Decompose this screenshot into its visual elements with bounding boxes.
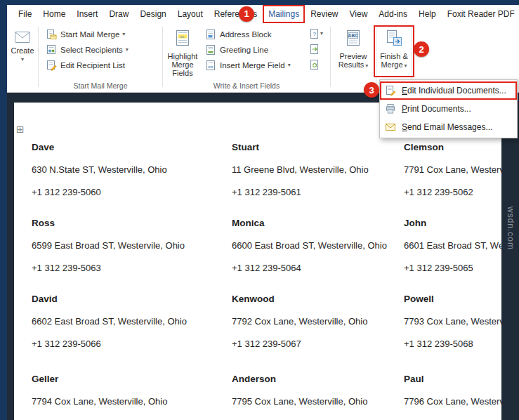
label-cell: Geller 7794 Cox Lane, Westerville, Ohio — [32, 374, 228, 407]
select-recipients-button[interactable]: Select Recipients ▾ — [43, 42, 161, 58]
update-labels-icon — [309, 59, 320, 70]
document-canvas: ⊞ Dave 630 N.State ST, Westerville, Ohio… — [7, 93, 519, 420]
tab-design[interactable]: Design — [134, 5, 171, 23]
chevron-down-icon: ▾ — [320, 31, 323, 37]
table-move-handle[interactable]: ⊞ — [16, 124, 25, 135]
label-cell: Anderson 7795 Cox Lane, Westerville, Ohi… — [232, 374, 428, 407]
recipient-address: 7793 Cox Lane, Westerville, Ohio — [404, 316, 501, 327]
start-mail-merge-button[interactable]: Start Mail Merge ▾ — [43, 27, 161, 42]
recipient-name: Dave — [32, 142, 228, 152]
edit-recipient-list-label: Edit Recipient List — [60, 61, 125, 70]
preview-label-line1: Preview — [339, 52, 367, 60]
recipient-address: 6599 East Broad ST, Westervile, Ohio — [32, 240, 228, 251]
finish-merge-dropdown-menu: Edit Individual Documents... 3 Print Doc… — [379, 79, 518, 138]
edit-recipient-list-button[interactable]: Edit Recipient List — [43, 58, 161, 73]
recipient-address: 7795 Cox Lane, Westerville, Ohio — [232, 396, 428, 407]
match-fields-icon — [309, 44, 320, 55]
tab-draw[interactable]: Draw — [103, 5, 134, 23]
recipient-name: Powell — [404, 294, 501, 304]
label-cell: Stuart 11 Greene Blvd, Westerville, Ohio… — [232, 142, 428, 197]
insert-merge-field-label: Insert Merge Field — [220, 61, 285, 70]
greeting-line-label: Greeting Line — [220, 46, 268, 54]
label-cell: Paul 7796 Cox Lane, Westerville, Ohio — [404, 374, 501, 407]
recipients-icon — [46, 44, 57, 55]
tab-add-ins[interactable]: Add-ins — [373, 5, 413, 23]
tab-home[interactable]: Home — [37, 5, 71, 23]
preview-results-icon — [344, 29, 362, 47]
recipient-phone: +1 312 239-5062 — [404, 187, 501, 197]
finish-and-merge-button[interactable]: Finish & Merge▾ — [374, 26, 414, 77]
tab-foxit-reader-pdf[interactable]: Foxit Reader PDF — [442, 5, 519, 23]
tab-insert[interactable]: Insert — [71, 5, 103, 23]
finish-merge-icon — [385, 29, 403, 47]
recipient-name: David — [32, 294, 228, 304]
select-recipients-label: Select Recipients — [60, 46, 123, 54]
greeting-line-icon — [205, 44, 216, 55]
svg-text:«»: «» — [208, 65, 213, 70]
svg-text:?: ? — [313, 31, 317, 37]
recipient-phone: +1 312 239-5067 — [232, 339, 428, 349]
recipient-phone: +1 312 239-5063 — [32, 263, 228, 273]
chevron-down-icon: ▾ — [21, 57, 24, 63]
tab-help[interactable]: Help — [413, 5, 442, 23]
preview-results-button[interactable]: ABC Preview Results▾ — [334, 26, 373, 77]
label-cell: David 6602 East Broad ST, Westerville, O… — [32, 294, 228, 349]
match-fields-button[interactable] — [309, 44, 320, 55]
recipient-address: 7796 Cox Lane, Westerville, Ohio — [404, 396, 501, 407]
chevron-down-icon: ▾ — [126, 47, 129, 53]
update-labels-button[interactable] — [309, 59, 320, 70]
title-bar-strip — [0, 0, 519, 5]
tab-layout[interactable]: Layout — [172, 5, 209, 23]
tab-view[interactable]: View — [344, 5, 374, 23]
insert-merge-field-button[interactable]: «» Insert Merge Field ▾ — [202, 58, 309, 73]
address-block-button[interactable]: Address Block — [202, 27, 309, 42]
highlight-label-line2: Merge Fields — [163, 60, 202, 77]
finish-label-line2: Merge — [381, 60, 402, 69]
document-page[interactable]: ⊞ Dave 630 N.State ST, Westerville, Ohio… — [14, 103, 501, 420]
address-block-icon — [205, 29, 216, 40]
recipient-name: John — [404, 218, 501, 228]
envelope-icon — [15, 32, 30, 43]
rules-button[interactable]: ? ▾ — [309, 28, 323, 39]
recipient-address: 7791 Cox Lane, Westerville, Ohio — [404, 164, 501, 175]
menu-item-print-documents[interactable]: Print Documents... — [380, 100, 517, 118]
label-cell: Dave 630 N.State ST, Westerville, Ohio +… — [32, 142, 228, 197]
tab-file[interactable]: File — [13, 5, 37, 23]
chevron-down-icon: ▾ — [365, 63, 368, 69]
recipient-phone: +1 312 239-5064 — [232, 263, 428, 273]
recipient-name: Stuart — [232, 142, 428, 152]
recipient-phone: +1 312 239-5068 — [404, 339, 501, 349]
email-icon — [385, 122, 396, 133]
recipient-phone: +1 312 239-5061 — [232, 187, 428, 197]
label-cell: Clemson 7791 Cox Lane, Westerville, Ohio… — [404, 142, 501, 197]
menu-item-label: Print Documents... — [402, 104, 471, 114]
tab-mailings[interactable]: Mailings 1 — [263, 5, 305, 23]
preview-abc-text: ABC — [346, 33, 360, 38]
tab-review[interactable]: Review — [305, 5, 343, 23]
recipient-address: 6602 East Broad ST, Westerville, Ohio — [32, 316, 228, 327]
insert-merge-field-icon: «» — [205, 60, 216, 71]
ribbon-tab-bar: File Home Insert Draw Design Layout Refe… — [7, 5, 519, 23]
menu-item-label: Send Email Messages... — [402, 122, 492, 132]
recipient-name: Ross — [32, 218, 228, 228]
label-cell: Monica 6600 East Broad ST, Westerville, … — [232, 218, 428, 273]
tab-mailings-label: Mailings — [268, 9, 299, 19]
label-cell: Kenwood 7792 Cox Lane, Westerville, Ohio… — [232, 294, 428, 349]
menu-item-send-email-messages[interactable]: Send Email Messages... — [380, 118, 517, 136]
watermark: wsdn.com — [506, 206, 515, 250]
greeting-line-button[interactable]: Greeting Line — [202, 42, 309, 58]
start-mail-merge-label: Start Mail Merge — [60, 30, 119, 39]
create-label: Create — [11, 46, 34, 55]
highlight-merge-fields-button[interactable]: «» Highlight Merge Fields — [163, 26, 202, 77]
menu-item-edit-individual-documents[interactable]: Edit Individual Documents... 3 — [380, 81, 517, 100]
menu-item-label: Edit Individual Documents... — [402, 86, 506, 96]
highlight-merge-fields-icon: «» — [173, 29, 192, 47]
create-button[interactable]: Create ▾ — [7, 23, 38, 92]
recipient-name: Clemson — [404, 142, 501, 152]
tab-references[interactable]: References — [209, 5, 263, 23]
highlight-label-line1: Highlight — [168, 52, 198, 60]
recipient-name: Monica — [232, 218, 428, 228]
annotation-step-2: 2 — [414, 41, 429, 57]
recipient-phone: +1 312 239-5065 — [404, 263, 501, 273]
write-insert-fields-group-title: Write & Insert Fields — [163, 81, 330, 90]
